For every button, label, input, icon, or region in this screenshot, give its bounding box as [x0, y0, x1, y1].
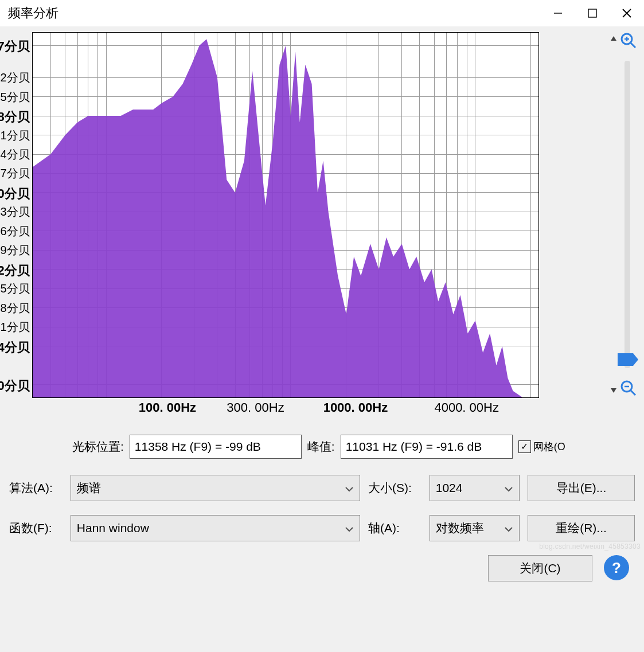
size-value: 1024 [436, 481, 463, 495]
scroll-down-icon[interactable] [607, 384, 620, 397]
zoom-track[interactable] [625, 61, 630, 368]
spectrum-plot[interactable] [32, 32, 539, 398]
close-button[interactable]: 关闭(C) [488, 555, 592, 581]
chevron-down-icon [504, 481, 513, 495]
function-combo[interactable]: Hann window [71, 515, 360, 541]
svg-line-53 [631, 391, 635, 395]
cursor-position-label: 光标位置: [72, 439, 124, 455]
zoom-thumb[interactable] [618, 353, 638, 366]
function-value: Hann window [77, 521, 149, 535]
peak-readout: 11031 Hz (F9) = -91.6 dB [341, 435, 513, 459]
checkmark-icon: ✓ [518, 440, 531, 453]
size-combo[interactable]: 1024 [430, 475, 520, 501]
svg-rect-1 [588, 9, 596, 17]
algorithm-combo[interactable]: 频谱 [71, 475, 360, 501]
algorithm-value: 频谱 [77, 480, 101, 496]
close-window-button[interactable] [610, 0, 644, 26]
chevron-down-icon [345, 481, 354, 495]
chevron-down-icon [345, 521, 354, 535]
axis-value: 对数频率 [436, 520, 484, 536]
grid-checkbox-label: 网格(O [533, 440, 565, 454]
help-button[interactable]: ? [604, 555, 629, 580]
x-axis-labels: 100. 00Hz300. 00Hz1000. 00Hz4000. 00Hz [100, 398, 606, 421]
vertical-scrollbar[interactable] [607, 32, 620, 397]
axis-combo[interactable]: 对数频率 [430, 515, 520, 541]
zoom-in-icon[interactable] [620, 32, 637, 49]
watermark: blog.csdn.net/weixin_45853303 [539, 542, 641, 551]
titlebar: 频率分析 [0, 0, 644, 26]
function-label: 函数(F): [9, 520, 63, 536]
maximize-button[interactable] [575, 0, 610, 26]
chevron-down-icon [504, 521, 513, 535]
svg-marker-47 [611, 388, 616, 393]
size-label: 大小(S): [368, 480, 421, 496]
zoom-out-icon[interactable] [620, 380, 637, 397]
minimize-button[interactable] [541, 0, 575, 26]
svg-marker-46 [611, 36, 616, 41]
export-button[interactable]: 导出(E)... [528, 475, 635, 501]
redraw-button[interactable]: 重绘(R)... [528, 515, 635, 541]
scroll-up-icon[interactable] [607, 32, 620, 45]
cursor-position-readout: 11358 Hz (F9) = -99 dB [130, 435, 302, 459]
peak-label: 峰值: [307, 439, 335, 455]
help-icon: ? [612, 559, 621, 577]
svg-line-49 [631, 43, 635, 48]
grid-checkbox[interactable]: ✓ 网格(O [518, 440, 565, 454]
y-axis-labels: -37分贝-42分贝-45分贝-48分贝-51分贝-54分贝-57分贝-60分贝… [3, 32, 32, 399]
zoom-control [626, 32, 641, 397]
window-title: 频率分析 [8, 5, 58, 22]
axis-label: 轴(A): [368, 520, 421, 536]
algorithm-label: 算法(A): [9, 480, 63, 496]
